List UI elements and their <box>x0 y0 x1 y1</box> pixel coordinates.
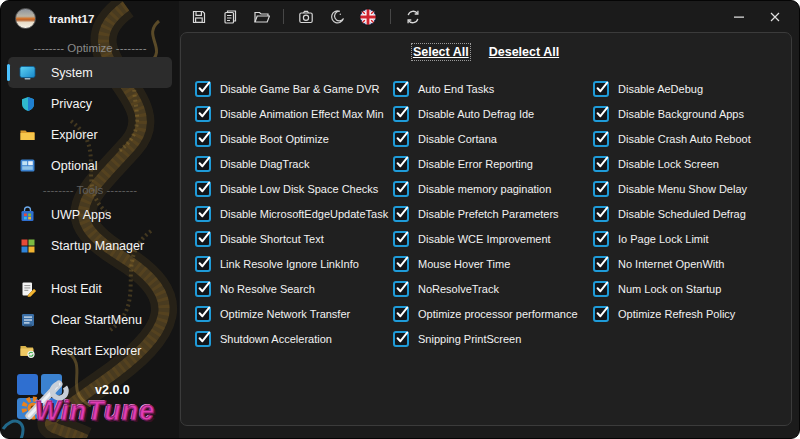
checkbox-checked-icon[interactable] <box>393 256 409 272</box>
sidebar-item-optional[interactable]: Optional <box>8 150 172 181</box>
tweak-checkbox-item[interactable]: Disable Scheduled Defrag <box>593 201 751 226</box>
sidebar-item-startup-manager[interactable]: Startup Manager <box>8 230 172 261</box>
tweak-label: Num Lock on Startup <box>618 283 721 295</box>
checkbox-checked-icon[interactable] <box>393 306 409 322</box>
sidebar-item-clear-startmenu[interactable]: Clear StartMenu <box>8 304 172 335</box>
checkbox-checked-icon[interactable] <box>593 156 609 172</box>
tweak-checkbox-item[interactable]: Disable Background Apps <box>593 101 751 126</box>
tweak-checkbox-item[interactable]: Shutdown Acceleration <box>195 326 393 351</box>
refresh-button[interactable] <box>401 6 425 28</box>
tweak-checkbox-item[interactable]: Disable DiagTrack <box>195 151 393 176</box>
checkbox-checked-icon[interactable] <box>195 206 211 222</box>
tweak-label: Disable Animation Effect Max Min <box>220 108 384 120</box>
tweak-checkbox-item[interactable]: Disable Low Disk Space Checks <box>195 176 393 201</box>
tweak-checkbox-item[interactable]: Disable Shortcut Text <box>195 226 393 251</box>
tweaks-column: Disable AeDebugDisable Background AppsDi… <box>593 76 751 351</box>
copy-button[interactable] <box>218 6 242 28</box>
tweaks-column: Auto End TasksDisable Auto Defrag IdeDis… <box>393 76 593 351</box>
checkbox-checked-icon[interactable] <box>393 106 409 122</box>
sidebar-item-system[interactable]: System <box>8 57 172 88</box>
english-language-flag-icon <box>359 8 377 26</box>
checkbox-checked-icon[interactable] <box>195 306 211 322</box>
tweak-checkbox-item[interactable]: Disable Cortana <box>393 126 593 151</box>
checkbox-checked-icon[interactable] <box>393 181 409 197</box>
checkbox-checked-icon[interactable] <box>593 106 609 122</box>
tweak-checkbox-item[interactable]: Optimize Network Transfer <box>195 301 393 326</box>
selection-links: Select All Deselect All <box>181 42 791 62</box>
checkbox-checked-icon[interactable] <box>195 81 211 97</box>
tweak-checkbox-item[interactable]: NoResolveTrack <box>393 276 593 301</box>
tweak-checkbox-item[interactable]: Disable WCE Improvement <box>393 226 593 251</box>
copy-icon <box>222 9 238 25</box>
minimize-button[interactable] <box>721 4 757 29</box>
checkbox-checked-icon[interactable] <box>593 231 609 247</box>
colored-tiles-icon <box>18 236 37 255</box>
tweak-checkbox-item[interactable]: Disable Animation Effect Max Min <box>195 101 393 126</box>
tweak-checkbox-item[interactable]: Disable Crash Auto Reboot <box>593 126 751 151</box>
sidebar-item-explorer[interactable]: Explorer <box>8 119 172 150</box>
tweak-checkbox-item[interactable]: Disable AeDebug <box>593 76 751 101</box>
checkbox-checked-icon[interactable] <box>393 231 409 247</box>
sidebar-item-uwp-apps[interactable]: UWP Apps <box>8 199 172 230</box>
checkbox-checked-icon[interactable] <box>195 181 211 197</box>
screenshot-button[interactable] <box>294 6 318 28</box>
checkbox-checked-icon[interactable] <box>195 106 211 122</box>
checkbox-checked-icon[interactable] <box>593 256 609 272</box>
checkbox-checked-icon[interactable] <box>393 331 409 347</box>
tweak-checkbox-item[interactable]: Disable MicrosoftEdgeUpdateTask <box>195 201 393 226</box>
tweak-checkbox-item[interactable]: Disable Lock Screen <box>593 151 751 176</box>
checkbox-checked-icon[interactable] <box>393 131 409 147</box>
checkbox-checked-icon[interactable] <box>393 81 409 97</box>
titlebar <box>179 1 799 32</box>
user-profile[interactable]: tranht17 <box>15 8 94 29</box>
checkbox-checked-icon[interactable] <box>593 206 609 222</box>
checkbox-checked-icon[interactable] <box>393 281 409 297</box>
close-icon <box>769 11 781 23</box>
tweak-checkbox-item[interactable]: Disable Auto Defrag Ide <box>393 101 593 126</box>
tweak-checkbox-item[interactable]: No Internet OpenWith <box>593 251 751 276</box>
tweak-label: Disable Crash Auto Reboot <box>618 133 751 145</box>
tweak-checkbox-item[interactable]: Auto End Tasks <box>393 76 593 101</box>
tweak-checkbox-item[interactable]: Disable Menu Show Delay <box>593 176 751 201</box>
checkbox-checked-icon[interactable] <box>393 206 409 222</box>
save-button[interactable] <box>187 6 211 28</box>
tweak-checkbox-item[interactable]: Disable Prefetch Parameters <box>393 201 593 226</box>
checkbox-checked-icon[interactable] <box>593 181 609 197</box>
tweak-checkbox-item[interactable]: Disable Game Bar & Game DVR <box>195 76 393 101</box>
tweak-checkbox-item[interactable]: Mouse Hover Time <box>393 251 593 276</box>
tweak-checkbox-item[interactable]: Optimize processor performance <box>393 301 593 326</box>
tweak-checkbox-item[interactable]: Io Page Lock Limit <box>593 226 751 251</box>
checkbox-checked-icon[interactable] <box>195 131 211 147</box>
select-all-link[interactable]: Select All <box>413 45 469 59</box>
checkbox-checked-icon[interactable] <box>195 156 211 172</box>
checkbox-checked-icon[interactable] <box>593 81 609 97</box>
open-folder-button[interactable] <box>249 6 273 28</box>
language-button[interactable] <box>356 6 380 28</box>
checkbox-checked-icon[interactable] <box>593 306 609 322</box>
tweak-checkbox-item[interactable]: Link Resolve Ignore LinkInfo <box>195 251 393 276</box>
close-button[interactable] <box>757 4 793 29</box>
theme-button[interactable] <box>325 6 349 28</box>
tweaks-column: Disable Game Bar & Game DVRDisable Anima… <box>195 76 393 351</box>
checkbox-checked-icon[interactable] <box>593 281 609 297</box>
tweak-checkbox-item[interactable]: Disable memory pagination <box>393 176 593 201</box>
tweak-checkbox-item[interactable]: Num Lock on Startup <box>593 276 751 301</box>
tweak-checkbox-item[interactable]: No Resolve Search <box>195 276 393 301</box>
tweak-checkbox-item[interactable]: Optimize Refresh Policy <box>593 301 751 326</box>
sidebar-item-privacy[interactable]: Privacy <box>8 88 172 119</box>
tweak-checkbox-item[interactable]: Snipping PrintScreen <box>393 326 593 351</box>
sidebar-item-host-edit[interactable]: Host Edit <box>8 273 172 304</box>
checkbox-checked-icon[interactable] <box>195 231 211 247</box>
checkbox-checked-icon[interactable] <box>195 256 211 272</box>
tweak-checkbox-item[interactable]: Disable Error Reporting <box>393 151 593 176</box>
checkbox-checked-icon[interactable] <box>195 281 211 297</box>
checkbox-checked-icon[interactable] <box>393 156 409 172</box>
checkbox-checked-icon[interactable] <box>195 331 211 347</box>
checkbox-checked-icon[interactable] <box>593 131 609 147</box>
theme-icon <box>329 9 345 25</box>
deselect-all-link[interactable]: Deselect All <box>489 45 559 59</box>
store-bag-icon <box>18 205 37 224</box>
nav-spacer <box>1 261 179 273</box>
sidebar-item-restart-explorer[interactable]: Restart Explorer <box>8 335 172 366</box>
tweak-checkbox-item[interactable]: Disable Boot Optimize <box>195 126 393 151</box>
